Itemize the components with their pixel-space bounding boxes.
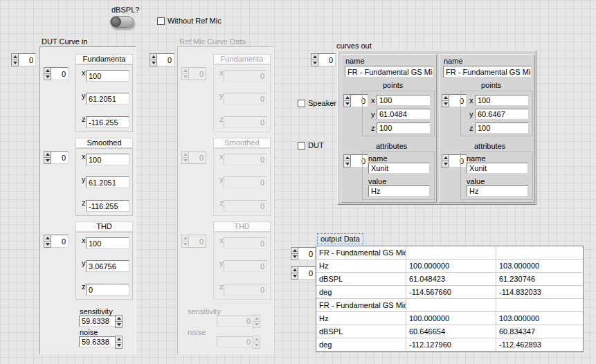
index-value[interactable]: 0 — [18, 53, 36, 66]
z-value-field: 0 — [224, 200, 267, 212]
table-cell[interactable]: FR - Fundamental GS Mic1 — [316, 246, 406, 260]
section-label: Fundamenta — [75, 54, 133, 64]
decrement-button — [253, 321, 260, 328]
dbspl-label: dBSPL? — [111, 6, 139, 14]
y-value-field[interactable]: 60.6467 — [475, 109, 529, 120]
x-value-field: 0 — [224, 70, 267, 82]
index-value[interactable]: 0 — [298, 247, 316, 260]
table-cell[interactable]: -112.127960 — [406, 338, 496, 352]
y-value-field[interactable]: 61.2051 — [86, 93, 129, 104]
dut-section-fundamental: Fundamenta 0 x 100 y 61.2051 z -116.255 — [40, 54, 137, 134]
point-cluster: x 0 y 0 z 0 — [213, 64, 271, 132]
dut-checkbox[interactable] — [298, 142, 305, 149]
toggle-knob-icon[interactable] — [111, 17, 121, 27]
ref-section-thd: THD 0 x 0 y 0 z 0 — [178, 221, 275, 301]
attr-name-field[interactable]: Xunit — [368, 163, 430, 174]
x-value-field[interactable]: 100 — [475, 95, 529, 106]
without-ref-mic-checkbox[interactable] — [157, 17, 165, 25]
z-value-field[interactable]: -116.255 — [86, 116, 129, 128]
dut-cluster-title: DUT Curve in — [42, 37, 87, 46]
decrement-button[interactable] — [115, 342, 123, 349]
attributes-cluster: name Xunit value Hz — [460, 152, 533, 200]
spinner-icon — [253, 336, 260, 349]
decrement-button[interactable] — [115, 321, 123, 328]
z-label: z — [219, 115, 224, 123]
table-cell[interactable]: dBSPL — [316, 273, 406, 286]
table-cell[interactable]: 103.000000 — [496, 260, 583, 273]
point-cluster: x 0 y 0 z 0 — [213, 232, 271, 300]
z-label: z — [82, 115, 86, 123]
index-value[interactable]: 0 — [51, 151, 69, 164]
section-label: Fundamenta — [213, 54, 271, 64]
z-value-field[interactable]: 0 — [86, 284, 129, 295]
x-label: x — [82, 152, 86, 161]
curve-name-field[interactable]: FR - Fundamental GS Mic2 — [443, 66, 532, 78]
y-value-field[interactable]: 61.2051 — [86, 176, 129, 188]
noise-label: noise — [188, 328, 206, 336]
table-cell[interactable]: dBSPL — [316, 325, 406, 338]
table-cell[interactable]: deg — [316, 338, 406, 352]
x-label: x — [219, 69, 224, 77]
points-label: points — [481, 81, 501, 89]
y-value-field: 0 — [224, 93, 267, 104]
speaker-checkbox[interactable] — [298, 100, 305, 107]
z-value-field[interactable]: 100 — [475, 122, 529, 134]
ref-mic-curve-cluster: Fundamenta 0 x 0 y 0 z 0 Smoothed — [177, 46, 274, 354]
index-value[interactable]: 0 — [51, 67, 69, 80]
x-value-field[interactable]: 100 — [86, 237, 129, 249]
z-value-field[interactable]: -116.255 — [86, 200, 129, 212]
attributes-label: attributes — [376, 142, 407, 150]
section-label: THD — [75, 221, 133, 232]
attributes-label: attributes — [474, 142, 505, 150]
sensitivity-field: 0 — [217, 316, 253, 327]
table-cell[interactable]: 60.646654 — [406, 325, 496, 338]
y-value-field[interactable]: 61.0484 — [377, 109, 431, 120]
attr-value-field[interactable]: Hz — [368, 185, 430, 197]
table-cell[interactable]: 61.048423 — [406, 273, 496, 286]
y-label: y — [82, 175, 86, 183]
curve-name-field[interactable]: FR - Fundamental GS Mic1 — [345, 66, 433, 78]
z-value-field[interactable]: 100 — [377, 122, 431, 134]
table-cell[interactable] — [406, 246, 496, 260]
table-cell[interactable] — [496, 299, 583, 312]
table-cell[interactable] — [496, 246, 583, 260]
x-value-field[interactable]: 100 — [377, 95, 431, 106]
x-label: x — [219, 152, 224, 161]
index-value[interactable]: 0 — [318, 53, 336, 66]
x-value-field[interactable]: 100 — [86, 154, 129, 165]
table-cell[interactable]: Hz — [316, 260, 406, 273]
sensitivity-field[interactable]: 59.6338 — [79, 316, 116, 327]
table-cell[interactable]: Hz — [316, 312, 406, 325]
ref-section-smoothed: Smoothed 0 x 0 y 0 z 0 — [178, 138, 275, 217]
dut-curve-in-cluster: Fundamenta 0 x 100 y 61.2051 z -116.255 … — [39, 46, 136, 354]
index-value[interactable]: 0 — [156, 53, 174, 66]
points-label: points — [383, 81, 403, 89]
table-cell[interactable]: deg — [316, 286, 406, 299]
dut-section-smoothed: Smoothed 0 x 100 y 61.2051 z -116.255 — [40, 138, 137, 217]
noise-field[interactable]: 59.6338 — [79, 336, 116, 347]
y-value-field[interactable]: 3.06756 — [86, 260, 129, 272]
table-cell[interactable]: 61.230746 — [496, 273, 583, 286]
table-cell[interactable]: -112.462893 — [496, 338, 583, 352]
attr-name-label: name — [467, 154, 486, 163]
dbspl-toggle[interactable] — [110, 16, 134, 28]
table-cell[interactable]: -114.832033 — [496, 286, 583, 299]
index-value[interactable]: 0 — [51, 235, 69, 248]
x-value-field: 0 — [224, 237, 267, 249]
ref-section-fundamental: Fundamenta 0 x 0 y 0 z 0 — [178, 54, 275, 134]
index-value[interactable]: 0 — [298, 266, 316, 280]
table-cell[interactable]: -114.567660 — [406, 286, 496, 299]
table-cell[interactable]: 100.000000 — [406, 312, 496, 325]
dut-section-thd: THD 0 x 100 y 3.06756 z 0 — [40, 221, 137, 301]
sensitivity-label: sensitivity — [80, 307, 113, 316]
attr-name-label: name — [368, 154, 388, 163]
x-value-field[interactable]: 100 — [86, 70, 129, 82]
table-cell[interactable]: 100.000000 — [406, 260, 496, 273]
attr-value-field[interactable]: Hz — [467, 185, 528, 197]
table-cell[interactable] — [406, 299, 496, 312]
attr-name-field[interactable]: Xunit — [467, 163, 528, 174]
table-cell[interactable]: 60.834347 — [496, 325, 583, 338]
point-cluster: x 100 y 61.2051 z -116.255 — [75, 64, 133, 132]
table-cell[interactable]: FR - Fundamental GS Mic2 — [316, 299, 406, 312]
table-cell[interactable]: 103.000000 — [496, 312, 583, 325]
